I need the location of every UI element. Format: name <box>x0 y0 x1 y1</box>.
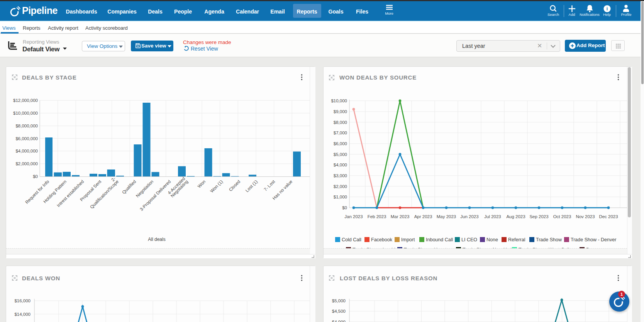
svg-text:$5,000: $5,000 <box>334 152 347 157</box>
svg-text:Jun 2023: Jun 2023 <box>460 214 478 219</box>
svg-text:Trade Show: Trade Show <box>536 237 562 242</box>
svg-text:$8,000: $8,000 <box>334 120 347 125</box>
svg-text:$4,000,000: $4,000,000 <box>15 149 38 153</box>
svg-text:Qualified: Qualified <box>121 179 137 195</box>
svg-text:All deals: All deals <box>148 237 165 242</box>
svg-text:Oct 2023: Oct 2023 <box>553 214 571 219</box>
svg-text:Negotiation: Negotiation <box>135 179 154 198</box>
svg-text:i: i <box>607 6 608 12</box>
svg-text:Jan 2023: Jan 2023 <box>344 214 363 219</box>
svg-text:$3,000: $3,000 <box>334 173 347 178</box>
svg-text:None: None <box>486 237 498 242</box>
svg-text:$4,000: $4,000 <box>334 163 347 167</box>
svg-text:$10,000,000: $10,000,000 <box>13 111 38 115</box>
svg-text:$2,000,000: $2,000,000 <box>15 161 38 166</box>
svg-text:Feb 2023: Feb 2023 <box>368 214 386 219</box>
svg-text:Qualification/Scope: Qualification/Scope <box>89 179 120 210</box>
svg-text:Inbound Call: Inbound Call <box>426 237 453 242</box>
svg-text:$2,000: $2,000 <box>334 184 347 189</box>
svg-text:$12,000,000: $12,000,000 <box>13 98 38 103</box>
svg-text:Jul 2023: Jul 2023 <box>484 214 501 219</box>
svg-text:7- Lost: 7- Lost <box>263 179 276 192</box>
svg-text:Trade Show - Denver: Trade Show - Denver <box>571 237 616 242</box>
svg-text:Won (1): Won (1) <box>209 179 224 193</box>
svg-text:Referral: Referral <box>508 237 525 242</box>
svg-text:$8,000,000: $8,000,000 <box>15 124 38 128</box>
svg-text:$1,000: $1,000 <box>334 195 347 199</box>
svg-text:$14,000: $14,000 <box>14 312 31 317</box>
svg-text:Dec 2023: Dec 2023 <box>599 214 618 219</box>
svg-text:Import: Import <box>401 237 415 242</box>
svg-text:LI CEO: LI CEO <box>461 237 477 242</box>
svg-text:$0: $0 <box>33 174 38 179</box>
svg-text:$6,000: $6,000 <box>334 141 347 146</box>
svg-text:Cold Call: Cold Call <box>342 237 361 242</box>
svg-text:Aug 2023: Aug 2023 <box>506 214 525 219</box>
svg-text:$0: $0 <box>342 205 347 210</box>
svg-text:May 2023: May 2023 <box>437 214 456 219</box>
svg-text:$5,000: $5,000 <box>332 298 346 303</box>
svg-text:Won: Won <box>197 179 206 189</box>
svg-text:Sep 2023: Sep 2023 <box>529 214 548 219</box>
svg-text:$6,000,000: $6,000,000 <box>15 136 38 141</box>
svg-text:3-Proposal Delivered: 3-Proposal Delivered <box>139 179 171 212</box>
svg-text:$7,000: $7,000 <box>334 130 347 135</box>
svg-text:Mar 2023: Mar 2023 <box>391 214 410 219</box>
svg-text:Nov 2023: Nov 2023 <box>576 214 595 219</box>
svg-text:$16,000: $16,000 <box>14 298 31 303</box>
svg-text:Facebook: Facebook <box>371 237 393 242</box>
svg-text:$10,000: $10,000 <box>331 98 347 103</box>
svg-text:Apr 2023: Apr 2023 <box>414 214 432 219</box>
svg-text:$9,000: $9,000 <box>334 109 347 114</box>
svg-text:$4,000: $4,000 <box>332 320 346 322</box>
svg-text:Lost (1): Lost (1) <box>244 179 258 193</box>
svg-text:$4,500: $4,500 <box>332 309 346 314</box>
svg-text:Closed: Closed <box>228 179 241 192</box>
